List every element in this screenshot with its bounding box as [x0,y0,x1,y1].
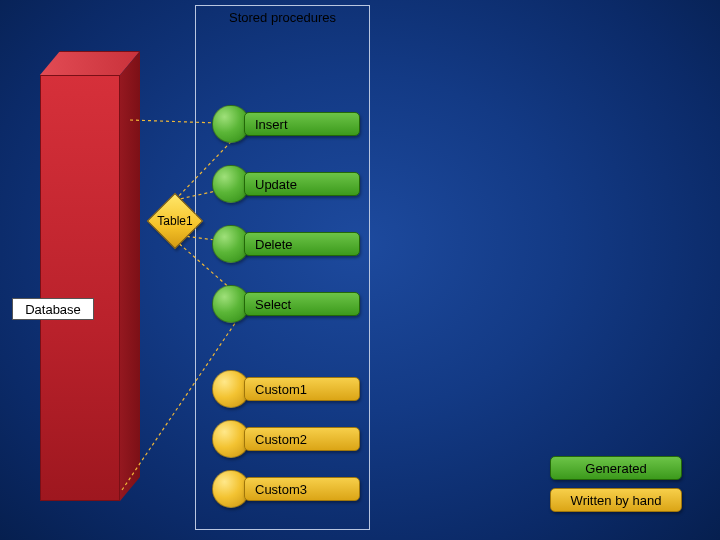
proc-delete: Delete [212,225,360,263]
database-bar-front-face [40,75,120,501]
legend-generated: Generated [550,456,682,480]
proc-select: Select [212,285,360,323]
legend-handwritten: Written by hand [550,488,682,512]
proc-custom3: Custom3 [212,470,360,508]
proc-custom1: Custom1 [212,370,360,408]
proc-select-label: Select [244,292,360,316]
proc-custom2-label: Custom2 [244,427,360,451]
database-label-text: Database [25,302,81,317]
stored-procedures-title: Stored procedures [196,6,369,25]
proc-delete-label: Delete [244,232,360,256]
proc-update-label: Update [244,172,360,196]
proc-update: Update [212,165,360,203]
proc-custom3-label: Custom3 [244,477,360,501]
proc-custom1-label: Custom1 [244,377,360,401]
proc-insert-label: Insert [244,112,360,136]
proc-custom2: Custom2 [212,420,360,458]
legend: Generated Written by hand [550,456,690,520]
database-bar [40,51,140,501]
table-diamond: Table1 [148,194,202,248]
proc-insert: Insert [212,105,360,143]
database-label: Database [12,298,94,320]
table-label: Table1 [157,214,192,228]
database-bar-side-face [120,51,140,501]
